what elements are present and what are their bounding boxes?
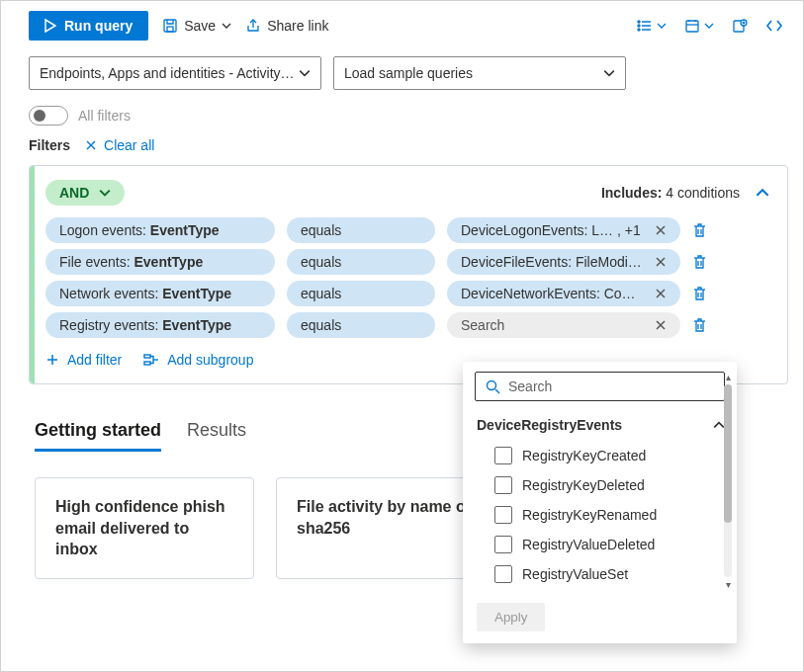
filters-header: Filters Clear all — [1, 137, 803, 165]
value-option[interactable]: RegistryKeyDeleted — [475, 470, 735, 500]
value-option-label: RegistryKeyDeleted — [522, 477, 645, 493]
logic-operator-dropdown[interactable]: AND — [45, 180, 125, 206]
chevron-down-icon — [299, 67, 311, 79]
chevron-down-icon — [603, 67, 615, 79]
value-option[interactable]: RegistryKeyRenamed — [475, 500, 735, 530]
search-icon — [486, 379, 500, 394]
value-group-name: DeviceRegistryEvents — [477, 417, 622, 433]
save-button[interactable]: Save — [162, 18, 231, 34]
logic-operator-label: AND — [59, 185, 89, 201]
clear-value-button[interactable] — [655, 256, 667, 268]
condition-value-text: DeviceLogonEvents: L… , +1 — [461, 222, 641, 238]
value-search-placeholder: Search — [508, 378, 552, 394]
delete-condition-button[interactable] — [692, 222, 707, 238]
add-subgroup-button[interactable]: Add subgroup — [143, 352, 253, 368]
delete-condition-button[interactable] — [692, 254, 707, 270]
checkbox-icon[interactable] — [494, 536, 512, 553]
tables-dropdown[interactable]: Endpoints, Apps and identities - Activit… — [29, 56, 321, 90]
condition-value-text: DeviceNetworkEvents: Co… — [461, 286, 636, 301]
time-range-button[interactable] — [684, 18, 714, 34]
svg-point-2 — [638, 21, 640, 23]
apply-button[interactable]: Apply — [477, 603, 545, 631]
clear-value-button[interactable] — [655, 224, 667, 236]
svg-rect-9 — [144, 362, 150, 365]
clear-all-label: Clear all — [104, 137, 154, 153]
value-option[interactable]: RegistryValueSet — [475, 559, 735, 589]
collapse-group-button[interactable] — [756, 186, 769, 200]
condition-operator-pill[interactable]: equals — [287, 281, 435, 306]
list-view-button[interactable] — [637, 18, 667, 34]
svg-point-3 — [638, 25, 640, 27]
filters-label: Filters — [29, 137, 70, 153]
add-filter-button[interactable]: Add filter — [45, 352, 122, 368]
svg-rect-8 — [144, 355, 150, 358]
condition-field-pill[interactable]: Logon events: EventType — [45, 217, 275, 243]
includes-summary: Includes: 4 conditions — [601, 185, 769, 201]
starter-card[interactable]: High confidence phish email delivered to… — [35, 477, 254, 579]
share-icon — [245, 18, 261, 34]
value-search-input[interactable]: Search — [475, 372, 725, 401]
value-option-label: RegistryKeyCreated — [522, 448, 646, 463]
query-source-row: Endpoints, Apps and identities - Activit… — [1, 50, 803, 102]
sample-queries-dropdown[interactable]: Load sample queries — [333, 56, 626, 90]
clear-all-button[interactable]: Clear all — [84, 137, 154, 153]
create-rule-button[interactable] — [732, 18, 748, 34]
condition-field-pill[interactable]: Network events: EventType — [45, 281, 275, 306]
condition-row: Logon events: EventTypeequalsDeviceLogon… — [45, 217, 769, 243]
condition-value-pill[interactable]: DeviceFileEvents: FileModi… — [447, 249, 680, 275]
scroll-thumb[interactable] — [724, 384, 732, 523]
value-option-label: RegistryValueDeleted — [522, 537, 655, 552]
tab-getting-started[interactable]: Getting started — [35, 420, 161, 452]
condition-field-pill[interactable]: File events: EventType — [45, 249, 275, 275]
condition-row: File events: EventTypeequalsDeviceFileEv… — [45, 249, 769, 275]
condition-row: Network events: EventTypeequalsDeviceNet… — [45, 281, 769, 306]
filter-group: AND Includes: 4 conditions Logon events:… — [29, 165, 788, 384]
add-subgroup-label: Add subgroup — [167, 352, 253, 368]
scroll-down-arrow[interactable]: ▾ — [726, 579, 731, 590]
value-option[interactable]: RegistryKeyCreated — [475, 441, 735, 470]
svg-point-10 — [488, 380, 496, 389]
delete-condition-button[interactable] — [692, 317, 707, 333]
clear-value-button[interactable] — [655, 288, 667, 299]
value-option[interactable]: RegistryValueDeleted — [475, 530, 735, 559]
sample-queries-value: Load sample queries — [344, 65, 473, 81]
svg-point-4 — [638, 29, 640, 31]
checkbox-icon[interactable] — [494, 476, 512, 494]
all-filters-label: All filters — [78, 108, 131, 124]
all-filters-toggle[interactable] — [29, 106, 68, 126]
scroll-track[interactable] — [724, 384, 732, 577]
condition-row: Registry events: EventTypeequalsSearch — [45, 312, 769, 338]
checkbox-icon[interactable] — [494, 506, 512, 524]
share-link-button[interactable]: Share link — [245, 18, 328, 34]
clear-value-button[interactable] — [655, 319, 667, 331]
group-accent-bar — [30, 166, 35, 383]
condition-field-pill[interactable]: Registry events: EventType — [45, 312, 275, 338]
condition-operator-pill[interactable]: equals — [287, 217, 435, 243]
condition-value-pill[interactable]: Search — [447, 312, 680, 338]
condition-value-pill[interactable]: DeviceNetworkEvents: Co… — [447, 281, 680, 306]
condition-operator-pill[interactable]: equals — [287, 312, 435, 338]
edit-kql-button[interactable] — [765, 18, 783, 34]
svg-rect-1 — [167, 27, 173, 32]
checkbox-icon[interactable] — [494, 565, 512, 583]
view-options — [637, 18, 783, 34]
value-option-label: RegistryKeyRenamed — [522, 507, 657, 523]
top-toolbar: Run query Save Share link — [1, 1, 803, 50]
save-label: Save — [184, 18, 216, 34]
delete-condition-button[interactable] — [692, 286, 707, 301]
condition-operator-pill[interactable]: equals — [287, 249, 435, 275]
run-query-label: Run query — [64, 18, 133, 34]
svg-rect-0 — [164, 20, 176, 32]
condition-value-text: Search — [461, 317, 504, 333]
popup-scrollbar[interactable]: ▴ ▾ — [721, 372, 735, 590]
checkbox-icon[interactable] — [494, 447, 512, 464]
value-group-header[interactable]: DeviceRegistryEvents — [475, 413, 735, 441]
condition-value-pill[interactable]: DeviceLogonEvents: L… , +1 — [447, 217, 680, 243]
svg-rect-5 — [686, 21, 698, 32]
add-filter-label: Add filter — [67, 352, 122, 368]
scroll-up-arrow[interactable]: ▴ — [726, 372, 731, 382]
tab-results[interactable]: Results — [187, 420, 246, 452]
run-query-button[interactable]: Run query — [29, 11, 148, 41]
value-picker-popup: Search DeviceRegistryEvents RegistryKeyC… — [463, 362, 737, 643]
share-label: Share link — [267, 18, 328, 34]
